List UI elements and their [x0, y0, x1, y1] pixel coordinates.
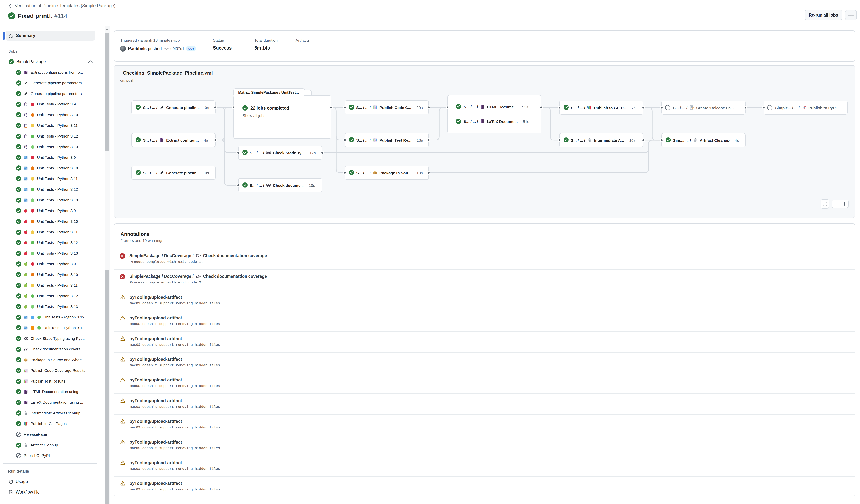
svg-text:HTML Docume...: HTML Docume...: [487, 105, 517, 109]
svg-text:Matrix: SimplePackage / UnitTe: Matrix: SimplePackage / UnitTest...: [238, 90, 299, 95]
svg-text:S... / ... /: S... / ... /: [673, 106, 687, 110]
svg-text:18s: 18s: [309, 183, 315, 188]
svg-text:16s: 16s: [629, 138, 635, 143]
svg-text:Sim.../ ... /: Sim.../ ... /: [673, 138, 691, 143]
svg-text:18s: 18s: [416, 171, 423, 175]
svg-text:Package in Sou...: Package in Sou...: [379, 171, 411, 175]
svg-text:S... / ... /: S... / ... /: [143, 171, 157, 175]
svg-text:S... / ... /: S... / ... /: [143, 105, 157, 110]
svg-text:S... / ... /: S... / ... /: [463, 105, 478, 109]
svg-text:0s: 0s: [205, 171, 209, 175]
svg-text:S... / ... /: S... / ... /: [143, 138, 157, 142]
svg-text:Simple... / ... /: Simple... / ... /: [775, 106, 800, 110]
svg-text:51s: 51s: [523, 119, 529, 124]
svg-text:55s: 55s: [522, 105, 528, 109]
svg-text:Publish to GH-P...: Publish to GH-P...: [594, 106, 626, 110]
svg-text:Show all jobs: Show all jobs: [243, 113, 266, 118]
svg-text:Intermediate A...: Intermediate A...: [594, 138, 624, 143]
svg-text:Publish Code C...: Publish Code C...: [379, 105, 411, 110]
svg-text:Create 'Release Pa...: Create 'Release Pa...: [696, 106, 734, 110]
svg-text:0s: 0s: [205, 105, 209, 110]
svg-text:7s: 7s: [631, 106, 635, 110]
svg-text:S... / ... /: S... / ... /: [463, 119, 478, 124]
svg-text:Artifact Cleanup: Artifact Cleanup: [700, 138, 730, 143]
svg-text:22 jobs completed: 22 jobs completed: [250, 105, 289, 111]
svg-text:S... / ... /: S... / ... /: [250, 151, 264, 155]
svg-text:Check Static Ty...: Check Static Ty...: [273, 151, 304, 155]
svg-text:Check docume...: Check docume...: [273, 183, 304, 188]
svg-text:Publish Test Re...: Publish Test Re...: [379, 138, 411, 142]
svg-text:17s: 17s: [310, 151, 316, 155]
svg-text:Extract configur...: Extract configur...: [166, 138, 199, 142]
svg-text:S... / ... /: S... / ... /: [356, 138, 371, 142]
svg-text:Generate pipelin...: Generate pipelin...: [166, 171, 200, 175]
svg-text:Publish to PyPI: Publish to PyPI: [808, 106, 837, 110]
svg-text:S... / ... /: S... / ... /: [250, 183, 264, 188]
svg-text:S... / ... /: S... / ... /: [356, 171, 371, 175]
svg-text:S... / ... /: S... / ... /: [571, 138, 585, 143]
svg-text:4s: 4s: [735, 138, 739, 143]
svg-text:S... / ... /: S... / ... /: [356, 105, 371, 110]
svg-text:20s: 20s: [416, 105, 423, 110]
svg-text:S... / ... /: S... / ... /: [571, 106, 585, 110]
svg-text:13s: 13s: [417, 138, 423, 142]
svg-text:LaTeX Docume...: LaTeX Docume...: [487, 119, 518, 124]
svg-text:Generate pipelin...: Generate pipelin...: [166, 105, 200, 110]
svg-text:4s: 4s: [204, 138, 208, 142]
